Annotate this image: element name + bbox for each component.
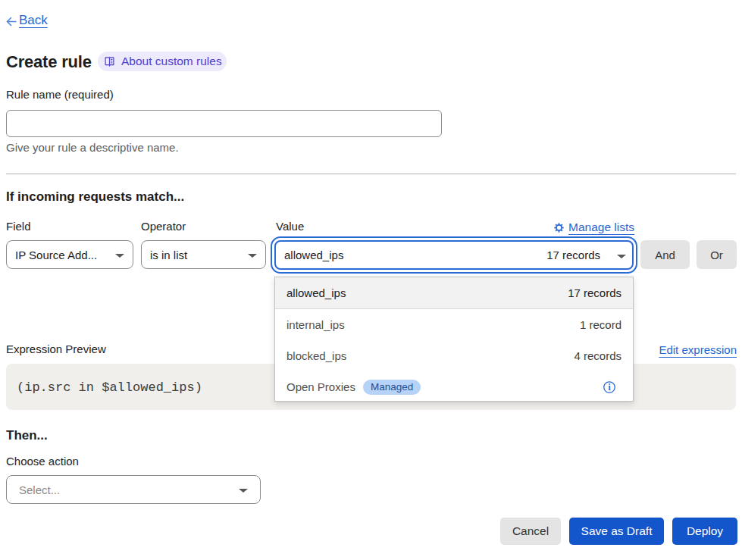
svg-text:i: i	[608, 383, 611, 392]
